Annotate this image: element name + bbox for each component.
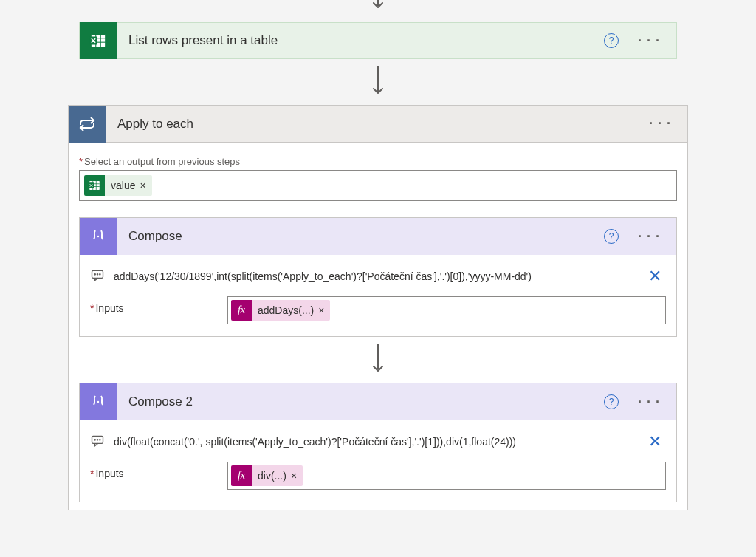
compose-icon [80,383,117,420]
compose-card-1: Compose ? · · · [79,217,677,337]
expression-text: div(float(concat('0.', split(items('Appl… [114,436,636,448]
excel-icon [80,22,117,59]
remove-token-icon[interactable]: × [140,175,145,196]
required-indicator: * [79,156,83,167]
inputs-field[interactable]: fx div(...) × [227,462,666,490]
comment-icon [90,268,106,285]
apply-to-each-body: *Select an output from previous steps [69,143,687,510]
more-menu[interactable]: · · · [633,226,664,247]
fx-token-label: div(...) [258,470,286,482]
svg-point-15 [97,236,99,237]
compose-title: Compose [117,229,604,244]
select-output-input[interactable]: value × [79,170,677,201]
apply-to-each-container: Apply to each · · · *Select an output fr… [68,105,688,510]
svg-point-24 [97,439,97,440]
excel-icon [84,175,105,196]
flow-canvas: List rows present in a table ? · · · App… [0,0,756,510]
comment-icon [90,434,106,451]
fx-token[interactable]: fx div(...) × [231,465,303,486]
more-menu[interactable]: · · · [633,392,664,413]
remove-token-icon[interactable]: × [318,304,324,316]
more-menu[interactable]: · · · [645,113,676,134]
svg-point-25 [100,439,100,440]
arrow-connector [0,0,756,12]
expression-preview-row: div(float(concat('0.', split(items('Appl… [90,432,666,451]
fx-icon: fx [231,300,252,321]
help-icon[interactable]: ? [604,394,619,409]
action-title: List rows present in a table [117,33,604,48]
help-icon[interactable]: ? [604,33,619,48]
apply-to-each-header[interactable]: Apply to each · · · [69,106,687,143]
fx-token[interactable]: fx addDays(...) × [231,300,330,321]
close-icon[interactable]: ✕ [644,432,666,451]
help-icon[interactable]: ? [604,229,619,244]
svg-point-17 [94,273,95,274]
loop-icon [69,106,106,143]
compose-header[interactable]: Compose ? · · · [80,218,676,255]
expression-preview-row: addDays('12/30/1899',int(split(items('Ap… [90,267,666,286]
arrow-connector [0,66,756,98]
inputs-label: *Inputs [90,462,227,479]
dynamic-token-value[interactable]: value × [84,175,152,196]
compose-title: Compose 2 [117,394,604,409]
more-menu[interactable]: · · · [633,30,664,52]
action-list-rows[interactable]: List rows present in a table ? · · · [79,22,677,59]
inputs-label: *Inputs [90,296,227,314]
compose-card-2: Compose 2 ? · · · [79,383,677,502]
fx-icon: fx [231,465,252,486]
svg-point-18 [97,273,97,274]
compose-icon [80,218,117,255]
inputs-field[interactable]: fx addDays(...) × [227,296,666,324]
fx-token-label: addDays(...) [258,304,314,316]
svg-point-23 [94,439,95,440]
apply-to-each-title: Apply to each [106,117,645,131]
expression-text: addDays('12/30/1899',int(split(items('Ap… [114,270,636,282]
required-indicator: * [90,468,94,479]
compose-header[interactable]: Compose 2 ? · · · [80,383,676,420]
arrow-connector [79,344,677,375]
svg-point-19 [100,273,100,274]
remove-token-icon[interactable]: × [291,470,297,482]
token-label: value [111,175,135,196]
close-icon[interactable]: ✕ [644,267,666,286]
svg-point-21 [97,401,99,403]
select-output-label: *Select an output from previous steps [79,156,677,167]
required-indicator: * [90,302,94,314]
